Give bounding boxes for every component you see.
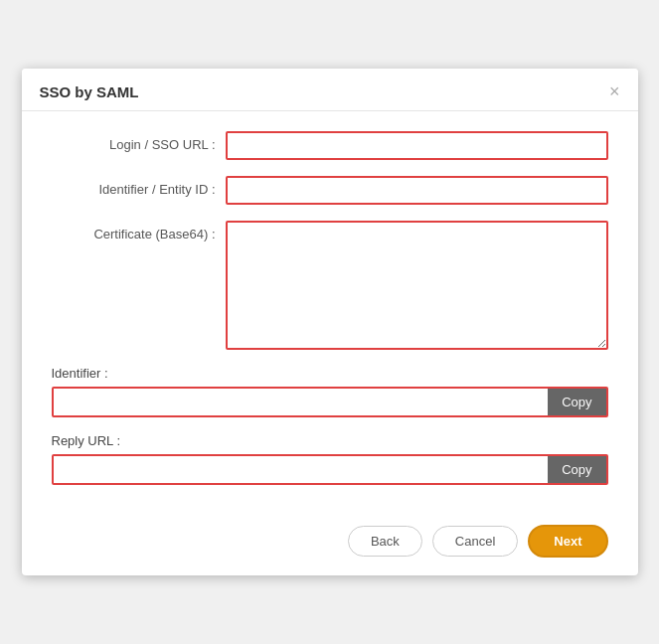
reply-url-copy-button[interactable]: Copy: [548, 456, 605, 483]
entity-id-input[interactable]: [226, 176, 608, 205]
cancel-button[interactable]: Cancel: [432, 526, 518, 557]
identifier-copy-button[interactable]: Copy: [548, 389, 605, 415]
reply-url-section: Reply URL : Copy: [52, 433, 608, 485]
reply-url-section-label: Reply URL :: [52, 433, 608, 448]
entity-id-label: Identifier / Entity ID :: [52, 176, 226, 197]
sso-saml-dialog: SSO by SAML × Login / SSO URL : Identifi…: [22, 69, 638, 575]
identifier-section-label: Identifier :: [52, 366, 608, 381]
dialog-body: Login / SSO URL : Identifier / Entity ID…: [22, 111, 638, 517]
dialog-title: SSO by SAML: [40, 83, 139, 100]
back-button[interactable]: Back: [348, 526, 422, 557]
dialog-header: SSO by SAML ×: [22, 69, 638, 111]
login-url-label: Login / SSO URL :: [52, 131, 226, 152]
dialog-footer: Back Cancel Next: [22, 517, 638, 575]
identifier-section: Identifier : Copy: [52, 366, 608, 417]
certificate-textarea[interactable]: [226, 221, 608, 350]
certificate-label: Certificate (Base64) :: [52, 221, 226, 242]
identifier-copy-group: Copy: [52, 387, 608, 417]
identifier-field[interactable]: [54, 389, 549, 415]
reply-url-field[interactable]: [54, 456, 549, 483]
login-url-input[interactable]: [226, 131, 608, 160]
login-url-group: Login / SSO URL :: [52, 131, 608, 160]
entity-id-group: Identifier / Entity ID :: [52, 176, 608, 205]
next-button[interactable]: Next: [528, 525, 607, 558]
certificate-group: Certificate (Base64) :: [52, 221, 608, 350]
close-button[interactable]: ×: [609, 82, 620, 100]
reply-url-copy-group: Copy: [52, 454, 608, 485]
